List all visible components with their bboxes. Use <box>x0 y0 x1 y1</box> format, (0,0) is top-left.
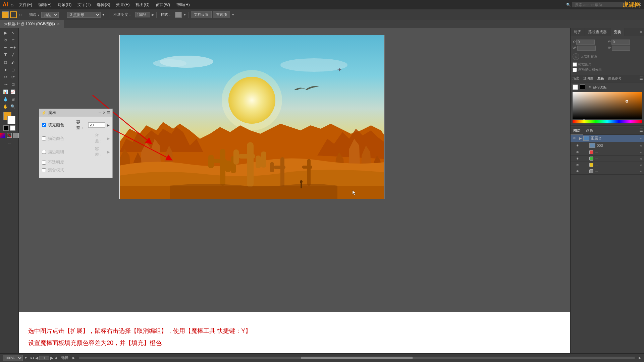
slice-tool[interactable]: ⊞ <box>10 96 16 103</box>
h-input[interactable] <box>612 46 630 51</box>
layers-menu[interactable]: ☰ <box>638 127 644 134</box>
menu-file[interactable]: 文件(F) <box>16 1 35 8</box>
scale-strokes-cb[interactable] <box>573 68 577 72</box>
fill-tolerance-input[interactable] <box>88 122 105 128</box>
tab-transform[interactable]: 变换 <box>610 28 625 36</box>
yellow-eye[interactable]: 👁 <box>576 163 581 167</box>
style-arrow[interactable]: ▼ <box>183 13 186 16</box>
stroke-type-icon[interactable]: ↔ <box>18 12 23 17</box>
zoom-select[interactable]: 100% <box>3 355 23 361</box>
scale-tool[interactable]: ⊡ <box>10 81 16 88</box>
next-page-btn[interactable]: ▶ <box>50 356 53 360</box>
first-page-btn[interactable]: ⏮ <box>30 356 34 360</box>
brush-select[interactable]: 3 点圆形 ▼ <box>65 11 107 18</box>
scroll-right[interactable]: ▶ <box>639 356 641 360</box>
color-tab[interactable]: 颜色 <box>595 75 606 82</box>
none-color[interactable] <box>7 133 12 138</box>
layer-item-red[interactable]: 👁 ··· ○ <box>571 149 644 156</box>
rect-tool[interactable]: □ <box>2 59 9 66</box>
green-eye[interactable]: 👁 <box>576 157 581 161</box>
mw-menu[interactable]: ☰ <box>107 111 110 115</box>
brush-tool[interactable]: 🖌 <box>10 59 16 66</box>
mw-close[interactable]: ✕ <box>103 111 106 115</box>
menu-effect[interactable]: 效果(E) <box>113 1 132 8</box>
red-eye[interactable]: 👁 <box>576 150 581 154</box>
gradient-color[interactable] <box>0 133 5 138</box>
add-anchor-tool[interactable]: ✒+ <box>10 44 16 51</box>
rotate-tool[interactable]: ↻ <box>2 37 9 44</box>
white-color[interactable] <box>10 125 15 131</box>
page-input[interactable] <box>39 356 49 360</box>
layer-item-yellow[interactable]: 👁 ··· ○ <box>571 162 644 168</box>
more-tools[interactable]: ··· <box>8 141 10 145</box>
color-picker-box[interactable] <box>573 92 642 119</box>
fill-tolerance-arrow[interactable]: ▶ <box>107 123 110 127</box>
hue-indicator[interactable] <box>583 119 585 120</box>
type-tool[interactable]: T <box>2 52 9 58</box>
rotate2-tool[interactable]: ⟳ <box>10 74 16 80</box>
canvas-area[interactable]: ⚡ 魔棒 ─ ✕ ☰ 填充颜色 容差： <box>19 28 570 362</box>
opacity-arrow[interactable]: ▶ <box>152 13 154 16</box>
black-stroke-swatch[interactable] <box>580 84 585 90</box>
doc-settings-btn[interactable]: 文档设置 <box>191 11 212 18</box>
brush-dropdown[interactable]: 3 点圆形 <box>67 12 101 18</box>
selection-tool[interactable]: ▶ <box>2 29 9 36</box>
mw-titlebar[interactable]: ⚡ 魔棒 ─ ✕ ☰ <box>39 109 112 117</box>
home-icon[interactable]: ⌂ <box>11 2 13 7</box>
preferences-btn[interactable]: 首选项 <box>213 11 230 18</box>
zoom-tool[interactable]: 🔍 <box>10 103 16 110</box>
gray-eye[interactable]: 👁 <box>576 170 581 173</box>
menu-help[interactable]: 帮助(H) <box>173 1 193 8</box>
layers-tab[interactable]: 图层 <box>571 127 583 134</box>
menu-type[interactable]: 文字(T) <box>75 1 93 8</box>
opacity-checkbox[interactable] <box>42 161 46 165</box>
white-fill-swatch[interactable] <box>573 84 578 90</box>
layer-item-003[interactable]: 👁 003 ○ <box>571 142 644 149</box>
gradient-tab[interactable]: 渐变 <box>571 75 581 82</box>
fg-bg-colors[interactable] <box>3 112 15 124</box>
play-btn[interactable]: ▶ <box>72 356 75 360</box>
warp-tool[interactable]: 〜 <box>2 81 9 88</box>
line-tool[interactable]: ╱ <box>10 52 16 58</box>
scissors-tool[interactable]: ✂ <box>2 74 9 80</box>
blob-brush-tool[interactable]: ● <box>2 66 9 73</box>
layer2-arrow[interactable]: ▶ <box>579 136 582 140</box>
x-input[interactable] <box>576 40 595 45</box>
panel-close[interactable]: ✕ <box>638 28 644 36</box>
mw-minimize[interactable]: ─ <box>99 111 101 115</box>
layer-item-green[interactable]: 👁 ··· ○ <box>571 156 644 162</box>
stroke-dropdown[interactable]: 描边 <box>41 12 59 18</box>
status-scrollbar[interactable] <box>79 357 635 359</box>
lasso-tool[interactable]: ⊂ <box>10 37 16 44</box>
layer-item-gray[interactable]: 👁 ··· ○ <box>571 168 644 175</box>
y-input[interactable] <box>611 40 630 45</box>
transparency-tab[interactable]: 透明度 <box>581 75 595 82</box>
003-eye[interactable]: 👁 <box>576 144 581 147</box>
search-input[interactable] <box>572 2 626 7</box>
stroke-swatch[interactable] <box>10 11 17 18</box>
last-page-btn[interactable]: ⏭ <box>54 356 58 360</box>
blend-checkbox[interactable] <box>42 168 46 172</box>
menu-select[interactable]: 选择(S) <box>94 1 113 8</box>
tab-align[interactable]: 对齐 <box>571 28 585 36</box>
artboards-tab[interactable]: 画板 <box>583 127 596 134</box>
menu-edit[interactable]: 编辑(E) <box>36 1 54 8</box>
color-picker-dot[interactable] <box>626 100 628 103</box>
tab-pathfinder[interactable]: 路径查找器 <box>585 28 610 36</box>
prefs-arrow[interactable]: ▼ <box>231 13 235 16</box>
layer2-eye[interactable]: 👁 <box>573 136 578 140</box>
stroke-checkbox[interactable] <box>42 136 46 140</box>
erase-tool[interactable]: ◻ <box>10 66 16 73</box>
zoom-arrow[interactable]: ▼ <box>24 356 28 360</box>
color-menu[interactable]: ☰ <box>638 75 644 82</box>
blend-mode-select[interactable]: 描边： 描边 <box>27 11 61 18</box>
pattern-color[interactable] <box>13 133 19 138</box>
scrollbar-thumb[interactable] <box>301 357 412 359</box>
fill-color-swatch[interactable] <box>2 11 9 18</box>
layer-item-layer2[interactable]: 👁 ▶ 图层 2 ○ <box>571 135 644 142</box>
direct-select-tool[interactable]: ↖ <box>10 29 16 36</box>
hue-slider[interactable] <box>573 120 642 123</box>
prev-page-btn[interactable]: ◀ <box>35 356 38 360</box>
hand-tool[interactable]: ✋ <box>2 103 9 110</box>
pen-tool[interactable]: ✒ <box>2 44 9 51</box>
